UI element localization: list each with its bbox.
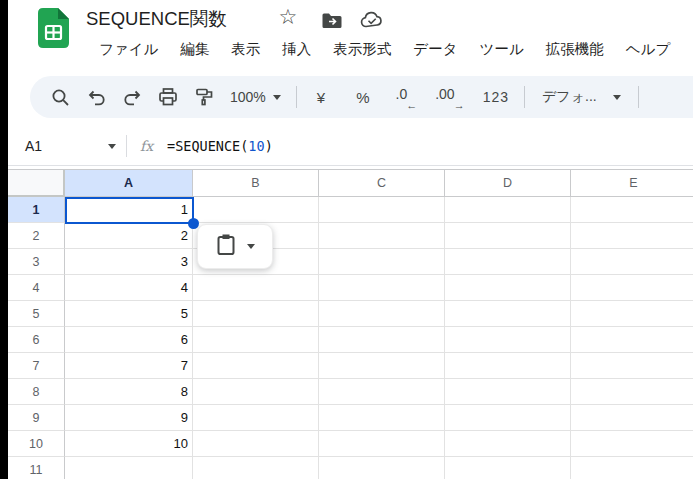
cell-E8[interactable]: [571, 379, 693, 405]
increase-decimal-button[interactable]: .00→: [429, 86, 462, 108]
row-header-1[interactable]: 1: [8, 197, 65, 223]
cell-A1[interactable]: 1: [65, 197, 193, 223]
cell-B4[interactable]: [193, 275, 319, 301]
row-header-6[interactable]: 6: [8, 327, 65, 353]
move-folder-icon[interactable]: [320, 8, 344, 32]
row-header-9[interactable]: 9: [8, 405, 65, 431]
cell-D7[interactable]: [445, 353, 571, 379]
cell-E2[interactable]: [571, 223, 693, 249]
cell-B1[interactable]: [193, 197, 319, 223]
row-header-2[interactable]: 2: [8, 223, 65, 249]
undo-icon[interactable]: [78, 78, 114, 116]
row-header-8[interactable]: 8: [8, 379, 65, 405]
cell-D1[interactable]: [445, 197, 571, 223]
zoom-control[interactable]: 100%: [222, 89, 289, 105]
menu-item-2[interactable]: 表示: [220, 38, 271, 61]
name-box[interactable]: A1: [8, 138, 126, 154]
search-icon[interactable]: [42, 78, 78, 116]
row-header-10[interactable]: 10: [8, 431, 65, 457]
cell-C4[interactable]: [319, 275, 445, 301]
cell-D5[interactable]: [445, 301, 571, 327]
cell-B5[interactable]: [193, 301, 319, 327]
cell-D2[interactable]: [445, 223, 571, 249]
font-selector[interactable]: デフォ...: [532, 88, 631, 106]
cell-C11[interactable]: [319, 457, 445, 479]
column-header-B[interactable]: B: [193, 170, 319, 197]
sheets-logo-icon[interactable]: [38, 8, 69, 52]
print-icon[interactable]: [150, 78, 186, 116]
cell-D9[interactable]: [445, 405, 571, 431]
cell-E10[interactable]: [571, 431, 693, 457]
cell-E11[interactable]: [571, 457, 693, 479]
cell-C7[interactable]: [319, 353, 445, 379]
cell-A11[interactable]: [65, 457, 193, 479]
cell-E6[interactable]: [571, 327, 693, 353]
menu-item-3[interactable]: 挿入: [271, 38, 322, 61]
star-icon[interactable]: ☆: [276, 5, 300, 29]
cell-A3[interactable]: 3: [65, 249, 193, 275]
cell-C1[interactable]: [319, 197, 445, 223]
cell-E3[interactable]: [571, 249, 693, 275]
cell-D10[interactable]: [445, 431, 571, 457]
cell-D8[interactable]: [445, 379, 571, 405]
menu-item-8[interactable]: ヘルプ: [615, 38, 682, 61]
select-all-corner[interactable]: [8, 170, 65, 197]
cell-A6[interactable]: 6: [65, 327, 193, 353]
cell-D6[interactable]: [445, 327, 571, 353]
cell-C2[interactable]: [319, 223, 445, 249]
cell-C8[interactable]: [319, 379, 445, 405]
cell-A10[interactable]: 10: [65, 431, 193, 457]
cell-C3[interactable]: [319, 249, 445, 275]
menu-item-7[interactable]: 拡張機能: [535, 38, 615, 61]
column-header-C[interactable]: C: [319, 170, 445, 197]
cell-D3[interactable]: [445, 249, 571, 275]
row-header-4[interactable]: 4: [8, 275, 65, 301]
cell-A4[interactable]: 4: [65, 275, 193, 301]
cell-E5[interactable]: [571, 301, 693, 327]
column-header-D[interactable]: D: [445, 170, 571, 197]
redo-icon[interactable]: [114, 78, 150, 116]
paint-format-icon[interactable]: [186, 78, 222, 116]
cell-A8[interactable]: 8: [65, 379, 193, 405]
cell-B11[interactable]: [193, 457, 319, 479]
cloud-saved-icon[interactable]: [360, 8, 384, 32]
cell-A5[interactable]: 5: [65, 301, 193, 327]
row-header-11[interactable]: 11: [8, 457, 65, 479]
cell-A7[interactable]: 7: [65, 353, 193, 379]
cell-E9[interactable]: [571, 405, 693, 431]
percent-format-button[interactable]: %: [347, 89, 378, 106]
cell-C6[interactable]: [319, 327, 445, 353]
cell-D4[interactable]: [445, 275, 571, 301]
row-header-5[interactable]: 5: [8, 301, 65, 327]
menu-item-0[interactable]: ファイル: [88, 38, 169, 61]
column-header-E[interactable]: E: [571, 170, 693, 197]
cell-B6[interactable]: [193, 327, 319, 353]
document-title[interactable]: SEQUENCE関数: [86, 6, 227, 31]
menu-item-1[interactable]: 編集: [169, 38, 220, 61]
formula-input[interactable]: =SEQUENCE(10): [167, 138, 273, 154]
currency-format-button[interactable]: ¥: [308, 89, 334, 106]
menu-item-5[interactable]: データ: [402, 38, 468, 61]
menu-item-4[interactable]: 表示形式: [322, 38, 402, 61]
cell-A9[interactable]: 9: [65, 405, 193, 431]
chevron-down-icon[interactable]: [247, 244, 255, 249]
cell-C5[interactable]: [319, 301, 445, 327]
cell-E4[interactable]: [571, 275, 693, 301]
menu-item-6[interactable]: ツール: [469, 38, 535, 61]
cell-C9[interactable]: [319, 405, 445, 431]
column-header-A[interactable]: A: [65, 170, 193, 197]
cell-A2[interactable]: 2: [65, 223, 193, 249]
cell-B9[interactable]: [193, 405, 319, 431]
cell-B8[interactable]: [193, 379, 319, 405]
cell-B7[interactable]: [193, 353, 319, 379]
row-header-7[interactable]: 7: [8, 353, 65, 379]
cell-D11[interactable]: [445, 457, 571, 479]
cell-B10[interactable]: [193, 431, 319, 457]
row-header-3[interactable]: 3: [8, 249, 65, 275]
cell-C10[interactable]: [319, 431, 445, 457]
paste-suggestion-button[interactable]: [197, 224, 273, 269]
cell-E7[interactable]: [571, 353, 693, 379]
decrease-decimal-button[interactable]: .0←: [390, 86, 416, 108]
cell-E1[interactable]: [571, 197, 693, 223]
number-format-button[interactable]: 123: [475, 89, 517, 105]
